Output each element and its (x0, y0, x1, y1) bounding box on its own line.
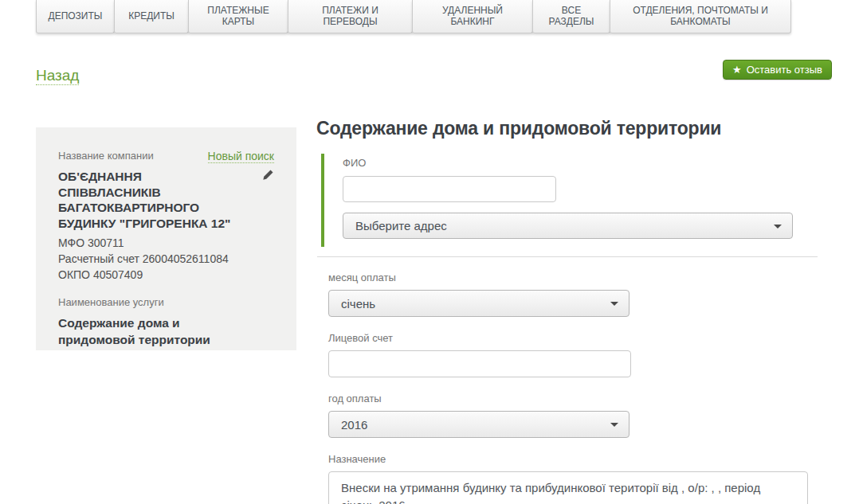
payment-year-select[interactable]: 2016 (328, 411, 629, 438)
purpose-textarea[interactable]: Внески на утримання будинку та прибудинк… (328, 471, 808, 504)
tab-credits[interactable]: КРЕДИТЫ (114, 0, 189, 33)
top-nav-tabs: ДЕПОЗИТЫ КРЕДИТЫ ПЛАТЕЖНЫЕ КАРТЫ ПЛАТЕЖИ… (36, 0, 791, 33)
tab-all-sections[interactable]: ВСЕ РАЗДЕЛЫ (532, 0, 610, 33)
company-account: Расчетный счет 26004052611084 (58, 251, 274, 267)
tab-deposits[interactable]: ДЕПОЗИТЫ (36, 0, 115, 33)
back-link[interactable]: Назад (36, 67, 79, 85)
tab-payment-cards[interactable]: ПЛАТЕЖНЫЕ КАРТЫ (188, 0, 288, 33)
company-name: ОБ'ЄДНАННЯ СПІВВЛАСНИКІВ БАГАТОКВАРТИРНО… (58, 169, 243, 231)
active-field-indicator (321, 154, 324, 247)
fio-label: ФИО (343, 157, 366, 169)
tab-branches-atms[interactable]: ОТДЕЛЕНИЯ, ПОЧТОМАТЫ И БАНКОМАТЫ (610, 0, 791, 33)
address-select-value: Выберите адрес (355, 219, 447, 232)
tab-remote-banking[interactable]: УДАЛЕННЫЙ БАНКИНГ (412, 0, 533, 33)
feedback-button-label: Оставить отзыв (747, 64, 822, 76)
section-divider (317, 256, 818, 257)
company-mfo: МФО 300711 (58, 235, 274, 251)
service-name-label: Наименование услуги (58, 296, 274, 308)
company-okpo: ОКПО 40507409 (58, 267, 274, 283)
chevron-down-icon (610, 423, 618, 427)
star-icon: ★ (732, 64, 742, 76)
payment-month-value: січень (341, 297, 375, 311)
payment-month-select[interactable]: січень (328, 290, 629, 317)
tab-payments-transfers[interactable]: ПЛАТЕЖИ И ПЕРЕВОДЫ (288, 0, 413, 33)
chevron-down-icon (610, 302, 618, 306)
edit-pencil-icon[interactable] (262, 169, 274, 184)
leave-feedback-button[interactable]: ★ Оставить отзыв (723, 60, 832, 80)
address-select[interactable]: Выберите адрес (343, 213, 793, 239)
chevron-down-icon (774, 225, 782, 229)
fio-input[interactable] (343, 176, 556, 202)
new-search-link[interactable]: Новый поиск (208, 150, 274, 163)
personal-account-input[interactable] (328, 350, 631, 377)
payment-month-label: месяц оплаты (328, 272, 396, 283)
company-info-panel: Название компании Новый поиск ОБ'ЄДНАННЯ… (36, 127, 296, 350)
payment-year-label: год оплаты (328, 393, 382, 404)
page-title: Содержание дома и придомовой территории (316, 118, 721, 139)
purpose-label: Назначение (328, 453, 386, 465)
payment-year-value: 2016 (341, 418, 367, 432)
personal-account-label: Лицевой счет (328, 332, 393, 344)
service-name: Содержание дома и придомовой территории (58, 315, 249, 348)
company-requisites: МФО 300711 Расчетный счет 26004052611084… (58, 235, 274, 283)
